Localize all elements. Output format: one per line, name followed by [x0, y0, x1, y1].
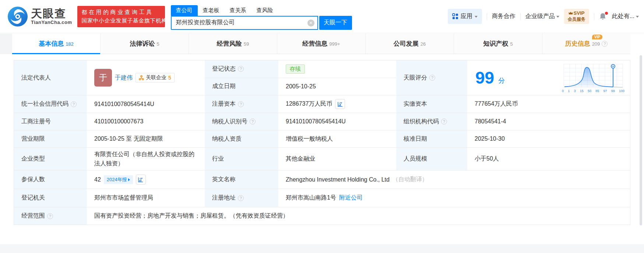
- search-tab-relation[interactable]: 查关系: [225, 5, 251, 16]
- tab-legal-proceedings[interactable]: 法律诉讼 5: [101, 34, 189, 54]
- related-companies-badge[interactable]: 关联企业 5: [136, 73, 175, 82]
- table-row: 法定代表人 于 于建伟 关联企业 5 登记状态: [14, 60, 630, 95]
- tick-label: 15: [580, 89, 584, 93]
- help-icon[interactable]: [250, 119, 256, 124]
- help-icon[interactable]: [429, 75, 435, 81]
- related-companies-label: 关联企业: [146, 74, 166, 81]
- tab-history-info[interactable]: VIP 历史信息 209: [542, 34, 630, 54]
- avatar[interactable]: 于: [94, 69, 112, 87]
- tab-operation-info[interactable]: 经营信息 999+: [277, 34, 366, 54]
- tick-label: 85: [595, 89, 599, 93]
- reg-authority-label: 登记机关: [14, 189, 87, 207]
- reg-number-value: 410100100007673: [87, 113, 205, 130]
- user-account-menu[interactable]: 此处有...: [612, 13, 639, 20]
- value-text: Zhengzhou Investment Holding Co., Ltd: [286, 176, 390, 183]
- tab-intellectual-property[interactable]: 知识产权 5: [454, 34, 542, 54]
- vertical-scrollbar[interactable]: [640, 55, 642, 225]
- reg-capital-value: 1286737万人民币: [278, 95, 396, 113]
- help-icon[interactable]: [441, 119, 447, 124]
- nav-item-cooperation[interactable]: 商务合作: [492, 13, 515, 20]
- tab-company-development[interactable]: 公司发展 26: [366, 34, 454, 54]
- tick-label: 50: [588, 89, 591, 93]
- clear-search-icon[interactable]: [307, 20, 314, 27]
- score-axis-ticks: 0 1 3 15 50 85 97 99 100: [562, 89, 625, 93]
- legal-rep-name-link[interactable]: 于建伟: [115, 74, 133, 82]
- tab-count: 209: [592, 41, 600, 47]
- tick-label: 0: [562, 89, 564, 93]
- vip-tag: VIP: [592, 35, 602, 39]
- table-row: 统一社会信用代码 91410100780545414U 注册资本 1286737…: [14, 95, 630, 113]
- search-tab-boss[interactable]: 查老板: [198, 5, 225, 16]
- divider: [487, 13, 487, 20]
- search-button[interactable]: 天眼一下: [319, 16, 352, 30]
- score-curve: [562, 63, 625, 89]
- section-tabbar: 基本信息 182 法律诉讼 5 经营风险 59 经营信息 999+ 公司发展 2…: [12, 34, 630, 54]
- label-text: 纳税人识别号: [212, 118, 247, 126]
- help-icon[interactable]: [238, 195, 244, 201]
- logo-swirl-icon: [7, 6, 28, 27]
- insured-trend-button[interactable]: [136, 175, 146, 185]
- tianyancha-logo[interactable]: 天眼查 TianYanCha.com: [7, 6, 72, 27]
- org-code-label: 组织机构代码: [396, 113, 467, 130]
- table-row: 营业期限 2005-10-25 至 无固定期限 纳税人资质 增值税一般纳税人 核…: [14, 130, 630, 148]
- apps-menu-label: 应用: [461, 13, 472, 20]
- apps-menu-button[interactable]: 应用: [448, 9, 482, 24]
- help-icon[interactable]: [71, 101, 77, 107]
- help-icon[interactable]: [238, 66, 244, 72]
- tick-label: 3: [574, 89, 576, 93]
- staff-size-value: 小于50人: [467, 148, 630, 170]
- paid-capital-label: 实缴资本: [396, 95, 467, 113]
- tab-operation-risk[interactable]: 经营风险 59: [189, 34, 277, 54]
- search-tab-risk[interactable]: 查风险: [251, 5, 278, 16]
- org-code-value: 78054541-4: [467, 113, 630, 130]
- divider: [594, 13, 594, 20]
- tab-count: 5: [156, 41, 159, 47]
- business-term-label: 营业期限: [14, 130, 87, 147]
- reg-status-value: 存续: [278, 60, 396, 78]
- capital-trend-button[interactable]: [335, 99, 345, 109]
- notifications-bell-button[interactable]: [599, 13, 607, 21]
- trend-chart-icon: [338, 102, 343, 107]
- help-icon[interactable]: [238, 101, 244, 107]
- enterprise-label: 企业级产品: [525, 13, 555, 20]
- help-icon[interactable]: [602, 41, 608, 47]
- annual-report-badge[interactable]: 2024年报: [104, 175, 133, 184]
- chevron-down-icon: [556, 16, 559, 18]
- table-row: 登记机关 郑州市市场监督管理局 注册地址 郑州市嵩山南路1号 附近公司: [14, 189, 630, 207]
- search-tab-company[interactable]: 查公司: [171, 5, 198, 16]
- approval-date-label: 核准日期: [396, 130, 467, 147]
- score-number: 99: [475, 69, 494, 86]
- business-scope-value: 国有资产投资经营；房地产开发与销售；房屋租赁。（凭有效资质证经营）: [87, 207, 630, 225]
- svip-member-button[interactable]: SVIP 会员服务: [564, 9, 589, 24]
- help-icon[interactable]: [47, 213, 53, 219]
- search-input[interactable]: [171, 16, 318, 30]
- logo-text: 天眼查 TianYanCha.com: [31, 8, 72, 25]
- reg-status-label: 登记状态: [205, 60, 278, 78]
- cooperation-label: 商务合作: [492, 13, 515, 20]
- tab-basic-info[interactable]: 基本信息 182: [12, 34, 101, 54]
- establish-date-label: 成立日期: [205, 78, 278, 95]
- svip-label: SVIP: [574, 10, 585, 16]
- slogan-banner: 都在用的商业查询工具 国家中小企业发展子基金旗下机构: [77, 6, 165, 27]
- table-row: 经营范围 国有资产投资经营；房地产开发与销售；房屋租赁。（凭有效资质证经营）: [14, 207, 630, 225]
- tab-count: 5: [510, 41, 513, 47]
- user-label: 此处有...: [612, 13, 634, 20]
- tick-label: 99: [611, 89, 615, 93]
- status-date-block: 登记状态 存续 成立日期 2005-10-25: [205, 60, 396, 95]
- label-text: 注册地址: [212, 194, 236, 202]
- nav-item-enterprise[interactable]: 企业级产品: [525, 13, 559, 20]
- apps-grid-icon: [452, 13, 458, 20]
- logo-domain: TianYanCha.com: [31, 20, 72, 25]
- tab-label: 历史信息: [565, 39, 590, 48]
- industry-label: 行业: [205, 148, 278, 170]
- nearby-companies-link[interactable]: 附近公司: [339, 194, 363, 202]
- search-row: 天眼一下: [171, 16, 352, 30]
- legal-rep-label: 法定代表人: [14, 60, 87, 95]
- company-type-value: 有限责任公司（非自然人投资或控股的法人独资）: [87, 148, 205, 170]
- table-row: 参保人数 42 2024年报 英文名称 Zhengzhou Investment…: [14, 171, 630, 189]
- english-name-label: 英文名称: [205, 171, 278, 189]
- score-value: 99 分: [467, 60, 630, 95]
- legal-rep-value: 于 于建伟 关联企业 5: [87, 60, 205, 95]
- tab-count: 999+: [329, 41, 340, 47]
- taxpayer-id-value: 91410100780545414U: [278, 113, 396, 130]
